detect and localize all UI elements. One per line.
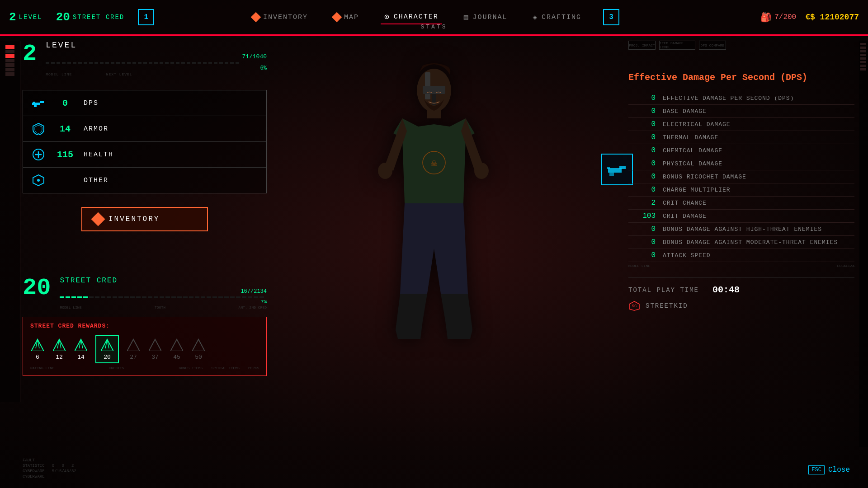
deco-label-1: PROJ. IMPACT xyxy=(629,43,655,47)
dot xyxy=(51,62,55,64)
dps-label-crit-chance: CRIT CHANCE xyxy=(663,200,854,206)
sc-label: STREET CRED xyxy=(60,277,267,285)
sc-rewards-credits: CREDITS xyxy=(109,366,124,370)
nav-level-group: 2 LEVEL xyxy=(9,10,42,24)
close-button[interactable]: ESC Close xyxy=(808,465,850,474)
dot xyxy=(116,62,120,64)
dot xyxy=(127,62,131,64)
nav-character[interactable]: ⊙ CHARACTER xyxy=(381,10,442,24)
dot xyxy=(67,62,71,64)
dot xyxy=(170,62,174,64)
nav-crafting[interactable]: ◈ CRAFTING xyxy=(529,11,585,23)
origin-section: SC STREETKID xyxy=(628,300,854,311)
dps-row-moderate-threat: 0 BONUS DAMAGE AGAINST MODERATE-THREAT E… xyxy=(628,236,854,249)
origin-icon: SC xyxy=(628,300,640,311)
origin-label: STREETKID xyxy=(646,302,688,310)
nav-weight: 🎒 7/200 xyxy=(760,12,796,23)
dps-label-thermal: THERMAL DAMAGE xyxy=(663,134,854,141)
dps-label-base: BASE DAMAGE xyxy=(663,108,854,115)
stat-icon-armor xyxy=(30,121,47,137)
right-deco-bar xyxy=(860,54,866,56)
sc-reward-icon-6 xyxy=(30,338,45,352)
sc-reward-val-12: 12 xyxy=(56,354,63,361)
right-deco-bar xyxy=(860,61,866,63)
sc-reward-20: 20 xyxy=(95,335,119,363)
left-deco xyxy=(0,41,20,402)
dps-row-ricochet: 0 BONUS RICOCHET DAMAGE xyxy=(628,170,854,183)
right-panel: PROJ. IMPACT ITEM DAMAGE LEVEL DPS COMPA… xyxy=(628,41,854,311)
sc-reward-icon-50 xyxy=(191,338,206,352)
stat-value-dps: 0 xyxy=(54,98,76,108)
sc-model-line: MODEL LINE xyxy=(60,305,81,310)
deco-label-3: DPS COMPARE xyxy=(701,43,725,47)
dot xyxy=(78,62,82,64)
bottom-deco-line-2: STATISTIC 0 0 2 xyxy=(23,464,76,468)
sc-reward-icon-37 xyxy=(148,338,162,352)
dot xyxy=(138,62,142,64)
dot xyxy=(192,62,196,64)
nav-journal[interactable]: ▤ JOURNAL xyxy=(460,11,511,23)
dot xyxy=(165,62,169,64)
sc-xp: 167/2134 xyxy=(60,288,267,295)
dps-model-lines: MODEL LINE LOCALIZA xyxy=(628,264,854,268)
play-time-label: TOTAL PLAY TIME xyxy=(628,286,699,294)
nav-sc-number: 20 xyxy=(56,10,70,24)
sc-progress-bar xyxy=(60,296,267,298)
dps-row-physical: 0 PHYSICAL DAMAGE xyxy=(628,157,854,170)
dot xyxy=(84,62,87,64)
sc-reward-val-20: 20 xyxy=(104,354,111,361)
dot xyxy=(111,62,114,64)
dot xyxy=(143,62,147,64)
nav-inventory[interactable]: INVENTORY xyxy=(249,12,311,23)
street-cred-section: 20 STREET CRED 167/2134 7% MODEL LINE xyxy=(23,277,267,310)
dot xyxy=(181,62,185,64)
sc-reward-val-6: 6 xyxy=(36,354,39,361)
sc-rewards-title: STREET CRED REWARDS: xyxy=(30,323,259,329)
stat-row-armor[interactable]: 14 ARMOR xyxy=(23,116,266,142)
nav-street-cred-group: 20 STREET CRED xyxy=(56,10,125,24)
stat-icon-health xyxy=(30,146,47,163)
sc-rewards: STREET CRED REWARDS: 6 12 14 xyxy=(23,317,267,376)
sc-reward-val-14: 14 xyxy=(77,354,85,361)
dps-row-attack-speed: 0 ATTACK SPEED xyxy=(628,249,854,262)
dot xyxy=(57,62,60,64)
dps-val-thermal: 0 xyxy=(628,133,656,141)
sc-reward-icon-12 xyxy=(52,338,66,352)
dps-row-thermal: 0 THERMAL DAMAGE xyxy=(628,131,854,144)
weapon-preview-icon xyxy=(606,158,628,181)
nav-badge-1: 1 xyxy=(138,9,154,25)
inventory-button[interactable]: INVENTORY xyxy=(81,207,208,231)
dps-label-charge: CHARGE MULTIPLIER xyxy=(663,187,854,193)
dps-val-chemical: 0 xyxy=(628,146,656,155)
stat-row-health[interactable]: 115 HEALTH xyxy=(23,142,266,168)
dps-label-high-threat: BONUS DAMAGE AGAINST HIGH-THREAT ENEMIES xyxy=(663,226,854,233)
dps-label-crit-damage: CRIT DAMAGE xyxy=(663,213,854,220)
model-line: MODEL LINE NEXT LEVEL xyxy=(46,72,267,76)
dps-label-chemical: CHEMICAL DAMAGE xyxy=(663,147,854,154)
character-svg: ☠ xyxy=(357,59,511,366)
dot xyxy=(198,62,201,64)
dps-val-crit-chance: 2 xyxy=(628,199,656,207)
svg-rect-20 xyxy=(423,86,445,94)
deco-bar xyxy=(5,63,14,67)
right-panel-deco: PROJ. IMPACT ITEM DAMAGE LEVEL DPS COMPA… xyxy=(628,41,854,50)
stat-row-dps[interactable]: 0 DPS xyxy=(23,90,266,116)
sc-reward-val-50: 50 xyxy=(195,354,202,361)
dps-label-effective: EFFECTIVE DAMAGE PER SECOND (DPS) xyxy=(663,95,854,102)
deco-bar xyxy=(5,50,14,53)
dot xyxy=(149,62,152,64)
dot xyxy=(89,62,93,64)
dps-label-physical: PHYSICAL DAMAGE xyxy=(663,160,854,167)
right-deco-bar xyxy=(860,65,866,67)
stat-icon-gun xyxy=(30,95,47,111)
sc-reward-14: 14 xyxy=(74,338,88,361)
dot xyxy=(160,62,163,64)
close-label: Close xyxy=(828,466,850,474)
deco-bar xyxy=(5,45,14,49)
nav-sc-label: STREET CRED xyxy=(73,14,124,21)
stat-row-other[interactable]: OTHER xyxy=(23,168,266,193)
left-panel: 2 LEVEL 71/1040 xyxy=(23,41,267,376)
nav-map[interactable]: MAP xyxy=(330,12,363,23)
sc-reward-val-45: 45 xyxy=(173,354,180,361)
dot xyxy=(214,62,217,64)
